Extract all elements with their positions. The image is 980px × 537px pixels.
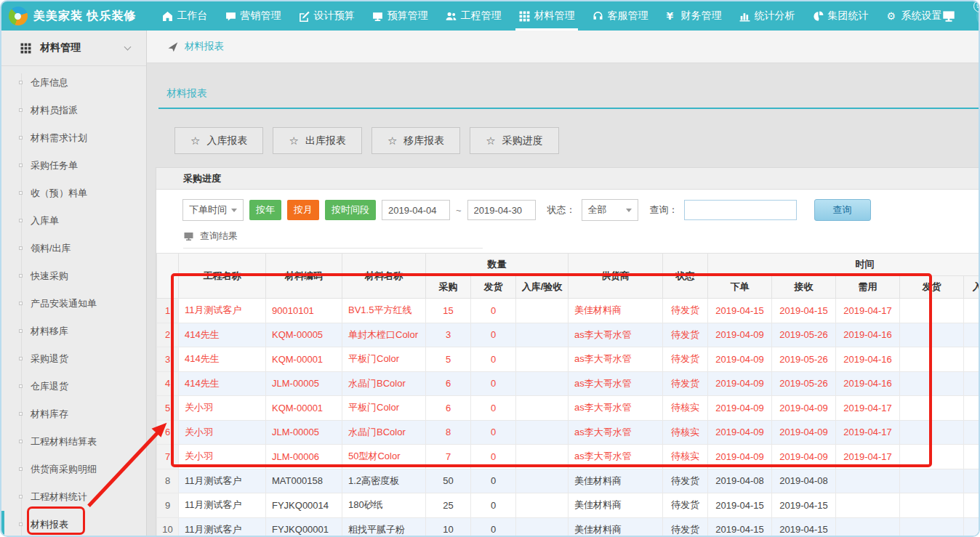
outbound-report-button[interactable]: ☆出库报表 [273, 127, 361, 154]
sidebar-item-product-install-notice[interactable]: 产品安装通知单 [1, 290, 146, 318]
menu-item-material[interactable]: 材料管理 [519, 1, 574, 31]
table-row[interactable]: 911月测试客户FYJKQ00014180砂纸250美佳材料商待发货2019-0… [157, 493, 979, 518]
menu-item-workbench[interactable]: 工作台 [162, 1, 207, 31]
cell-t_receive: 2019-04-15 [772, 517, 836, 536]
topbar: 美美家装 快乐装修 工作台营销管理设计预算预算管理工程管理材料管理客服管理¥财务… [1, 1, 979, 31]
sidebar-item-purchase-task[interactable]: 采购任务单 [1, 152, 146, 179]
sidebar-item-label: 材料需求计划 [31, 132, 87, 145]
table-row[interactable]: 1011月测试客户FYJKQ00001粗找平腻子粉100美佳材料商待发货2019… [157, 517, 979, 536]
cell-code: KQM-00001 [266, 396, 342, 421]
menu-item-settings[interactable]: ⚙系统设置 [886, 1, 941, 31]
report-button-label: 入库报表 [206, 134, 247, 148]
sidebar-item-material-stock[interactable]: 材料库存 [1, 400, 146, 428]
query-button[interactable]: 查询 [814, 199, 871, 221]
by-range-button[interactable]: 按时间段 [325, 200, 376, 220]
cell-name: 平板门Color [342, 396, 426, 421]
purchase-progress-button[interactable]: ☆采购进度 [470, 127, 558, 154]
col-code: 材料编码 [266, 254, 342, 299]
star-icon: ☆ [486, 134, 495, 148]
cell-inbound [516, 323, 569, 347]
table-row[interactable]: 811月测试客户MAT0001581.2高密度板500美佳材料商待发货2019-… [157, 469, 979, 493]
cell-status: 待发货 [663, 299, 708, 323]
menu-item-stats[interactable]: 统计分析 [739, 1, 795, 31]
cell-project: 414先生 [179, 347, 266, 372]
cell-status: 待发货 [663, 347, 708, 372]
cell-ship: 0 [471, 445, 516, 469]
sidebar-item-inbound-order[interactable]: 入库单 [1, 207, 146, 235]
display-icon[interactable] [941, 9, 956, 23]
cell-inbound [516, 371, 569, 396]
menu-item-finance[interactable]: ¥财务管理 [666, 1, 721, 31]
menu-item-design-budget[interactable]: 设计预算 [299, 1, 354, 31]
cell-name: 平板门Color [342, 347, 426, 372]
query-label: 查询： [650, 203, 678, 217]
cell-inbound [516, 396, 569, 421]
sidebar-item-quick-purchase[interactable]: 快速采购 [1, 262, 146, 290]
date-to-input[interactable] [467, 200, 536, 220]
menu-item-label: 集团统计 [827, 9, 868, 23]
cell-no: 3 [157, 347, 179, 372]
table-row[interactable]: 5关小羽KQM-00001平板门Color60as李大哥水管待核实2019-04… [157, 396, 979, 421]
sidebar-item-project-material-settlement[interactable]: 工程材料结算表 [1, 428, 146, 456]
cell-name: 50型材Color [342, 445, 426, 469]
sidebar-item-material-move[interactable]: 材料移库 [1, 318, 146, 345]
col-time-order: 下单 [708, 276, 772, 299]
sidebar-item-material-outbound[interactable]: 领料/出库 [1, 235, 146, 262]
sidebar-item-project-material-stats[interactable]: 工程材料统计 [1, 483, 146, 511]
cell-ship: 0 [471, 347, 516, 372]
menu-item-customer-service[interactable]: 客服管理 [593, 1, 648, 31]
cell-project: 11月测试客户 [179, 299, 266, 323]
cell-ship: 0 [471, 371, 516, 396]
cell-t_inbound [964, 517, 979, 536]
sidebar-item-supplier-purchase-detail[interactable]: 供货商采购明细 [1, 456, 146, 483]
sidebar-item-material-requirement-plan[interactable]: 材料需求计划 [1, 124, 146, 152]
cell-purchase: 3 [426, 323, 471, 347]
by-year-button[interactable]: 按年 [249, 200, 281, 220]
date-from-input[interactable] [382, 200, 450, 220]
sidebar-item-material-staff-assign[interactable]: 材料员指派 [1, 97, 146, 124]
table-row[interactable]: 6关小羽JLM-00005水晶门BColor80as李大哥水管待核实2019-0… [157, 420, 979, 445]
cell-t_ship [900, 420, 964, 445]
bullet-icon [19, 81, 23, 84]
brand[interactable]: 美美家装 快乐装修 [1, 7, 136, 25]
cell-code: JLM-00005 [266, 371, 342, 396]
cell-status: 待发货 [663, 517, 708, 536]
col-time-need: 需用 [836, 276, 900, 299]
cell-ship: 0 [471, 420, 516, 445]
menu-item-marketing[interactable]: 营销管理 [225, 1, 281, 31]
table-row[interactable]: 111月测试客户90010101BV1.5平方红线150美佳材料商待发货2019… [157, 299, 979, 323]
menu-item-budget[interactable]: 预算管理 [372, 1, 427, 31]
sidebar-item-purchase-return[interactable]: 采购退货 [1, 345, 146, 373]
cell-t_receive: 2019-04-09 [772, 396, 836, 421]
query-input[interactable] [684, 200, 797, 220]
menu-item-group-stats[interactable]: 集团统计 [813, 1, 868, 31]
cell-no: 10 [157, 517, 179, 536]
order-time-select[interactable]: 下单时间 [182, 199, 244, 221]
cell-supplier: as李大哥水管 [569, 420, 663, 445]
bullet-icon [19, 522, 23, 526]
sidebar-header[interactable]: 材料管理 [1, 31, 146, 66]
sidebar-item-warehouse-return[interactable]: 仓库退货 [1, 373, 146, 400]
messages-button[interactable]: 99 [976, 4, 980, 28]
table-row[interactable]: 7关小羽JLM-0000650型材Color70as李大哥水管待核实2019-0… [157, 445, 979, 469]
table-row[interactable]: 3414先生KQM-00001平板门Color50as李大哥水管待发货2019-… [157, 347, 979, 372]
cell-t_order: 2019-04-15 [708, 299, 772, 323]
move-report-button[interactable]: ☆移库报表 [371, 127, 460, 154]
by-month-button[interactable]: 按月 [287, 200, 319, 220]
sidebar-item-material-report[interactable]: 材料报表 [1, 511, 146, 537]
status-select[interactable]: 全部 [582, 199, 638, 221]
cell-project: 11月测试客户 [179, 517, 266, 536]
menu-item-engineering[interactable]: 工程管理 [446, 1, 501, 31]
cell-project: 关小羽 [179, 445, 266, 469]
table-row[interactable]: 2414先生KQM-00005单封木樘口Color30as李大哥水管待发货201… [157, 323, 979, 347]
bullet-icon [19, 440, 23, 443]
inbound-report-button[interactable]: ☆入库报表 [174, 127, 263, 154]
tab-material-report[interactable]: 材料报表 [166, 87, 207, 100]
table-row[interactable]: 4414先生JLM-00005水晶门BColor60as李大哥水管待发货2019… [157, 371, 979, 396]
bullet-icon [19, 329, 23, 333]
star-icon: ☆ [387, 134, 397, 148]
sidebar-item-warehouse-info[interactable]: 仓库信息 [1, 69, 146, 97]
sidebar-item-label: 收（预）料单 [31, 187, 87, 200]
cell-project: 关小羽 [179, 420, 266, 445]
sidebar-item-receive-material[interactable]: 收（预）料单 [1, 179, 146, 207]
